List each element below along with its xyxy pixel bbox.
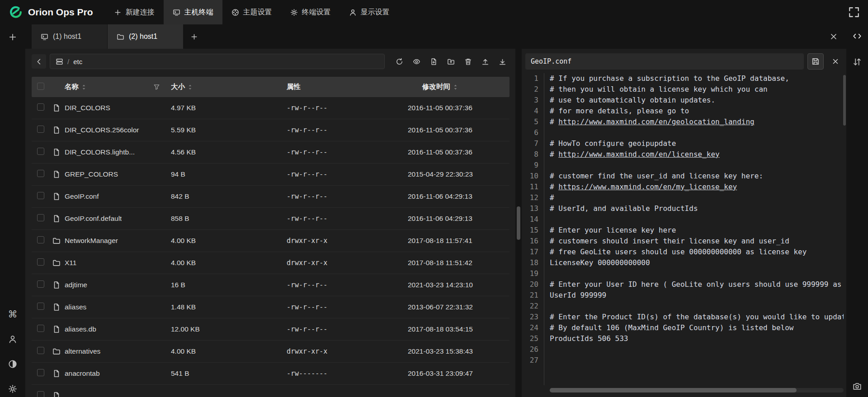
command-icon[interactable]: ⌘ — [8, 310, 18, 319]
nav-item-new-connection[interactable]: 新建连接 — [105, 0, 164, 24]
code-line[interactable]: # HowTo configure geoipupdate — [550, 138, 844, 149]
code-line[interactable] — [550, 160, 844, 171]
editor-filename-input[interactable]: GeoIP.conf — [525, 53, 804, 70]
row-checkbox[interactable] — [37, 236, 44, 243]
row-checkbox[interactable] — [37, 192, 44, 199]
code-line[interactable]: # free GeoLite users should use 00000000… — [550, 247, 844, 257]
editor-vertical-scrollbar-thumb[interactable] — [843, 75, 846, 126]
code-line[interactable]: # Enter your User ID here ( GeoLite only… — [550, 279, 844, 290]
file-name[interactable]: adjtime — [65, 281, 87, 289]
row-checkbox[interactable] — [37, 126, 44, 133]
code-line[interactable]: # customer find the user_id and license … — [550, 171, 844, 182]
delete-button[interactable] — [461, 54, 475, 69]
row-checkbox[interactable] — [37, 103, 44, 111]
code-line[interactable]: # By default 106 (MaxMind GeoIP Country)… — [550, 322, 844, 333]
row-checkbox[interactable] — [37, 325, 44, 332]
file-row[interactable]: NetworkManager4.00 KBdrwxr-xr-x2017-08-1… — [32, 230, 509, 252]
file-row[interactable]: DIR_COLORS4.97 KB-rw-r--r--2016-11-05 00… — [32, 97, 509, 119]
file-name[interactable]: DIR_COLORS.lightb... — [65, 148, 135, 156]
code-line[interactable]: # http://www.maxmind.com/en/license_key — [550, 149, 844, 160]
code-line[interactable]: # UserId, and available ProductIds — [550, 203, 844, 214]
hscroll-thumb[interactable] — [550, 388, 797, 392]
file-name[interactable]: GREP_COLORS — [65, 170, 118, 178]
code-line[interactable] — [550, 301, 844, 312]
fullscreen-icon[interactable] — [848, 6, 860, 18]
tab-1[interactable]: (1) host1 — [32, 24, 108, 49]
row-checkbox[interactable] — [37, 280, 44, 288]
file-name[interactable]: X11 — [65, 259, 76, 267]
nav-item-display-settings[interactable]: 显示设置 — [340, 0, 399, 24]
code-line[interactable]: # Enter your license key here — [550, 225, 844, 236]
new-folder-button[interactable] — [443, 54, 458, 69]
sort-mtime-icon[interactable] — [453, 84, 458, 91]
file-row[interactable]: adjtime16 B-rw-r--r--2021-03-23 14:23:10 — [32, 274, 509, 296]
theme-icon[interactable] — [8, 360, 17, 369]
add-tab-button[interactable] — [184, 24, 204, 49]
code-line[interactable]: ProductIds 506 533 — [550, 333, 844, 344]
code-line[interactable] — [550, 344, 844, 355]
file-name[interactable]: GeoIP.conf.default — [65, 215, 122, 223]
code-line[interactable]: # for more details, please go to — [550, 106, 844, 117]
tab-2[interactable]: (2) host1 — [108, 24, 184, 49]
upload-button[interactable] — [478, 54, 492, 69]
back-button[interactable] — [32, 54, 46, 69]
code-line[interactable]: # http://www.maxmind.com/en/geolocation_… — [550, 117, 844, 127]
file-name[interactable]: anacrontab — [65, 369, 100, 378]
file-row[interactable]: X114.00 KBdrwxr-xr-x2017-08-18 11:51:42 — [32, 252, 509, 274]
settings-gear-icon[interactable] — [8, 384, 17, 393]
file-row[interactable] — [32, 385, 509, 397]
code-line[interactable]: # Enter the Product ID(s) of the databas… — [550, 312, 844, 322]
editor-code[interactable]: # If you purchase a subscription to the … — [544, 73, 844, 385]
code-editor-icon[interactable] — [853, 32, 862, 41]
editor-body[interactable]: 1234567891011121314151617181920212223242… — [525, 70, 844, 385]
column-name-label[interactable]: 名称 — [65, 82, 79, 92]
path-segment[interactable]: etc — [73, 58, 82, 65]
url-link[interactable]: http://www.maxmind.com/en/license_key — [558, 150, 719, 159]
code-line[interactable] — [550, 268, 844, 279]
download-button[interactable] — [495, 54, 509, 69]
close-all-icon[interactable] — [829, 32, 838, 41]
row-checkbox[interactable] — [37, 369, 44, 376]
save-button[interactable] — [807, 53, 824, 70]
file-name[interactable]: DIR_COLORS.256color — [65, 126, 139, 134]
file-row[interactable]: DIR_COLORS.256color5.59 KB-rw-r--r--2016… — [32, 119, 509, 141]
row-checkbox[interactable] — [37, 303, 44, 310]
file-row[interactable]: GREP_COLORS94 B-rw-r--r--2015-04-29 22:3… — [32, 163, 509, 186]
code-line[interactable]: # — [550, 192, 844, 203]
sort-name-icon[interactable] — [81, 84, 86, 91]
select-all-checkbox[interactable] — [37, 83, 44, 90]
row-checkbox[interactable] — [37, 170, 44, 177]
filter-icon[interactable] — [153, 84, 160, 90]
file-name[interactable]: alternatives — [65, 347, 100, 355]
sort-vertical-icon[interactable] — [853, 57, 862, 66]
file-name[interactable]: DIR_COLORS — [65, 104, 110, 112]
code-line[interactable]: # customers should insert their license … — [550, 236, 844, 247]
code-line[interactable]: LicenseKey 000000000000 — [550, 257, 844, 268]
row-checkbox[interactable] — [37, 214, 44, 221]
code-line[interactable] — [550, 355, 844, 366]
column-size-label[interactable]: 大小 — [171, 82, 185, 92]
code-line[interactable]: UserId 999999 — [550, 290, 844, 301]
code-line[interactable]: # If you purchase a subscription to the … — [550, 73, 844, 84]
camera-icon[interactable] — [853, 382, 862, 391]
nav-item-terminal-settings[interactable]: 终端设置 — [281, 0, 340, 24]
file-name[interactable]: NetworkManager — [65, 237, 118, 245]
preview-button[interactable] — [409, 54, 424, 69]
sort-size-icon[interactable] — [188, 84, 193, 91]
row-checkbox[interactable] — [37, 391, 44, 397]
file-name[interactable]: aliases — [65, 303, 86, 311]
url-link[interactable]: https://www.maxmind.com/en/my_license_ke… — [558, 182, 737, 191]
path-breadcrumb[interactable]: / etc — [50, 54, 385, 69]
file-row[interactable]: alternatives4.00 KBdrwxr-xr-x2021-03-23 … — [32, 341, 509, 363]
row-checkbox[interactable] — [37, 347, 44, 354]
code-line[interactable]: # use to automatically obtain updates. — [550, 95, 844, 106]
nav-item-host-terminal[interactable]: 主机终端 — [164, 0, 222, 24]
add-icon[interactable] — [8, 33, 17, 42]
file-row[interactable]: DIR_COLORS.lightb...4.56 KB-rw-r--r--201… — [32, 141, 509, 163]
new-file-button[interactable] — [426, 54, 441, 69]
refresh-button[interactable] — [392, 54, 406, 69]
file-row[interactable]: aliases1.48 KB-rw-r--r--2013-06-07 22:31… — [32, 296, 509, 318]
editor-close-button[interactable] — [827, 53, 844, 70]
code-line[interactable]: # then you will obtain a license key whi… — [550, 84, 844, 95]
row-checkbox[interactable] — [37, 258, 44, 266]
